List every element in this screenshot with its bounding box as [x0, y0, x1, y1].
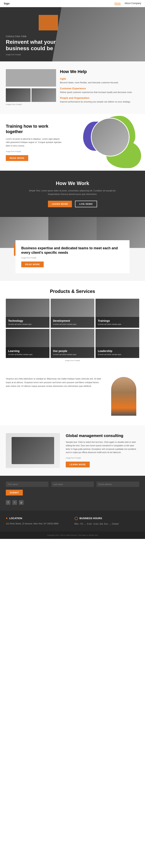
hwh-credit: Images from Freepik: [6, 103, 56, 106]
footer-location: ● LOCATION 121 Rock Street, 21 Avenue, N…: [6, 517, 71, 526]
hero-accent-block: [39, 15, 58, 30]
expertise-card: Business expertise and dedicated teams t…: [15, 240, 130, 273]
hwh-title: How We Help: [60, 69, 139, 74]
how-we-help-section: Images from Freepik How We Help Agile Be…: [0, 61, 145, 114]
product-card-5[interactable]: Leadership Ut enim ad minim veniam quis.: [96, 329, 139, 358]
product-card-4[interactable]: Our people Ut enim ad minim veniam quis.: [51, 329, 94, 358]
footer-hours-title: ◯ BUSINESS HOURS: [74, 517, 139, 520]
product-desc-4: Ut enim ad minim veniam quis.: [53, 353, 92, 356]
training-section: Training how to work together Lorem sit …: [0, 114, 145, 171]
training-text: Lorem sit amet ut placerat in dapibus. L…: [6, 137, 64, 148]
logo: logo: [4, 2, 10, 5]
hwh-images: Images from Freepik: [6, 69, 56, 106]
expertise-section: Business expertise and dedicated teams t…: [0, 217, 145, 281]
products-title: Products & Services: [6, 289, 139, 294]
product-overlay-3: Learning Ut enim ad facilisis veniam qui…: [6, 347, 49, 358]
training-title: Training how to work together: [6, 124, 64, 135]
training-photo-inner: [92, 119, 129, 156]
footer-form: SUBMIT f i p: [0, 476, 145, 510]
lorem-text: Vivamus arcu felis bibendum ut volutpat …: [6, 377, 103, 417]
product-overlay-4: Our people Ut enim ad minim veniam quis.: [51, 347, 94, 358]
training-photo: [91, 118, 130, 156]
expertise-credit: Image from Freepik: [21, 257, 124, 259]
products-section: Products & Services Technology Ut enim a…: [0, 281, 145, 369]
global-credit: Image from Freepik: [66, 457, 139, 459]
nav: Home About Company: [114, 2, 141, 5]
hwh-item-2-name: People and Organization: [60, 96, 139, 99]
live-demo-button[interactable]: LIVE DEMO: [75, 201, 97, 207]
how-we-work-section: How We Work Simple Text. Lorem ipsum dol…: [0, 170, 145, 217]
footer-social: f i p: [6, 500, 48, 505]
hwh-img-3: [32, 88, 56, 102]
footer-firstname-input[interactable]: [6, 482, 48, 487]
lorem-section: Vivamus arcu felis bibendum ut volutpat …: [0, 369, 145, 425]
product-desc-1: Ut enim ad minim veniam quis.: [53, 323, 92, 326]
footer-lastname-input[interactable]: [51, 482, 94, 487]
hero-section: CONSULTING FIRM Reinvent what your busin…: [0, 7, 145, 61]
product-desc-2: Ut enim ad minim veniam quis.: [98, 323, 137, 326]
product-card-3[interactable]: Learning Ut enim ad facilisis veniam qui…: [6, 329, 49, 358]
footer-location-title: ● LOCATION: [6, 517, 71, 520]
global-learn-more-button[interactable]: LEARN MORE: [66, 462, 90, 467]
learn-more-button[interactable]: LEARN MORE: [48, 201, 72, 207]
product-card-1[interactable]: Development Ut enim ad minim veniam quis…: [51, 299, 94, 328]
expertise-orange-accent: [14, 244, 15, 256]
training-blobs: [68, 114, 145, 171]
lorem-person: [108, 377, 139, 417]
hww-buttons: LEARN MORE LIVE DEMO: [6, 201, 139, 207]
social-facebook-icon[interactable]: f: [6, 500, 10, 505]
product-overlay-2: Trainings Ut enim ad minim veniam quis.: [96, 317, 139, 328]
hwh-img-main: [6, 69, 56, 87]
lorem-paragraph: Vivamus arcu felis bibendum ut volutpat …: [6, 377, 103, 388]
footer-email-input[interactable]: [97, 482, 139, 487]
hwh-item-0-desc: Become faster, more flexible, and intens…: [60, 81, 139, 84]
footer-hours-text: Mon - Fri ..... 9 am - 6 pm, Sat, Sun ..…: [74, 522, 139, 526]
footer-submit-button[interactable]: SUBMIT: [6, 490, 23, 496]
expertise-read-more-button[interactable]: READ MORE: [21, 261, 44, 267]
hero-image: [52, 7, 145, 61]
location-icon: ●: [6, 517, 8, 520]
clock-icon: ◯: [74, 517, 78, 520]
footer-hours: ◯ BUSINESS HOURS Mon - Fri ..... 9 am - …: [74, 517, 139, 526]
product-name-0: Technology: [8, 319, 47, 322]
social-pinterest-icon[interactable]: p: [19, 500, 24, 505]
nav-home[interactable]: Home: [114, 2, 121, 5]
product-name-1: Development: [53, 319, 92, 322]
global-section: Global management consulting Sample text…: [0, 425, 145, 476]
hwh-item-0: Agile Become faster, more flexible, and …: [60, 77, 139, 84]
hwh-item-1-name: Customer Experience: [60, 87, 139, 90]
products-credit: Image from Freepik: [6, 360, 139, 362]
product-overlay-5: Leadership Ut enim ad minim veniam quis.: [96, 347, 139, 358]
footer-submit-area: SUBMIT: [6, 490, 139, 496]
hww-text: Simple Text. Lorem ipsum dolor sit amet,…: [24, 189, 121, 196]
hwh-item-1: Customer Experience Deliver great custom…: [60, 87, 139, 94]
global-laptop-image: [6, 433, 60, 468]
hwh-img-2: [6, 88, 31, 102]
product-card-0[interactable]: Technology Ut enim ad minim veniam quis.: [6, 299, 49, 328]
nav-about[interactable]: About Company: [124, 2, 141, 5]
expertise-title: Business expertise and dedicated teams t…: [21, 246, 124, 255]
training-read-more-button[interactable]: READ MORE: [6, 155, 28, 161]
laptop-screen: [11, 437, 54, 464]
hero-image-credit: Image from Freepik: [6, 54, 60, 56]
product-desc-3: Ut enim ad facilisis veniam quis.: [8, 353, 47, 356]
hwh-item-2: People and Organization Improve performa…: [60, 96, 139, 103]
hero-label: CONSULTING FIRM: [6, 35, 60, 38]
social-instagram-icon[interactable]: i: [12, 500, 17, 505]
product-overlay-1: Development Ut enim ad minim veniam quis…: [51, 317, 94, 328]
global-content: Global management consulting Sample text…: [66, 433, 139, 467]
header: logo Home About Company: [0, 0, 145, 7]
product-name-3: Learning: [8, 349, 47, 352]
footer-address-text: 121 Rock Street, 21 Avenue, New York, NY…: [6, 522, 71, 526]
products-grid: Technology Ut enim ad minim veniam quis.…: [6, 299, 139, 358]
product-name-5: Leadership: [98, 349, 137, 352]
product-card-2[interactable]: Trainings Ut enim ad minim veniam quis.: [96, 299, 139, 328]
hwh-item-1-desc: Deliver great customer experiences that …: [60, 91, 139, 94]
footer-location-label: LOCATION: [9, 517, 22, 520]
global-title: Global management consulting: [66, 433, 139, 438]
footer-copyright: Copyright 2022. Click to select the text…: [47, 534, 98, 536]
hwh-item-0-name: Agile: [60, 77, 139, 80]
product-desc-0: Ut enim ad minim veniam quis.: [8, 323, 47, 326]
footer-hours-label: BUSINESS HOURS: [79, 517, 102, 520]
product-name-2: Trainings: [98, 319, 137, 322]
